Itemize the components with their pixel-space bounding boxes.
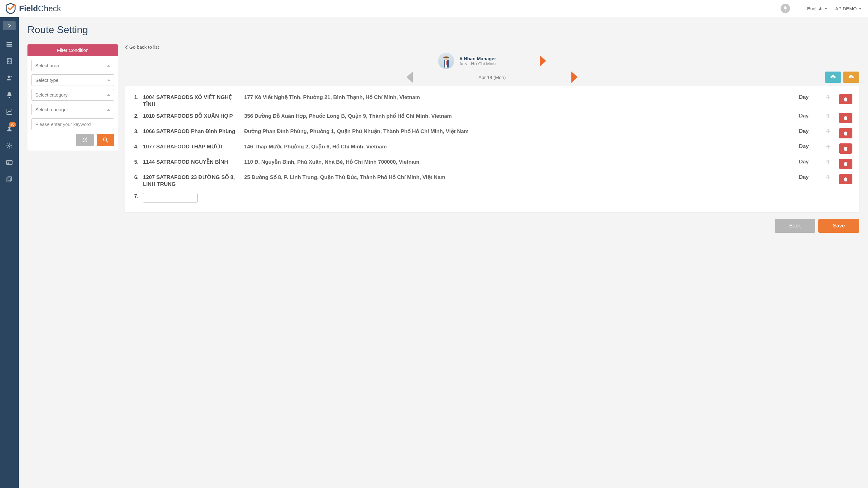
prev-date-button[interactable] bbox=[406, 71, 413, 83]
sidebar-item-building[interactable] bbox=[0, 53, 19, 70]
language-label: English bbox=[807, 6, 823, 11]
svg-rect-16 bbox=[8, 177, 11, 181]
row-period: Day bbox=[799, 159, 818, 165]
row-delete-button[interactable] bbox=[839, 174, 852, 184]
avatar bbox=[438, 53, 454, 69]
page-title: Route Setting bbox=[28, 24, 859, 36]
route-row: 1.1004 SATRAFOODS XÔ VIẾT NGHỆ TĨNH177 X… bbox=[132, 91, 852, 110]
row-drag-handle[interactable] bbox=[822, 128, 835, 134]
sidebar-item-settings[interactable] bbox=[0, 137, 19, 154]
back-to-list-label: Go back to list bbox=[129, 45, 159, 50]
svg-rect-17 bbox=[7, 178, 10, 182]
save-button[interactable]: Save bbox=[818, 219, 859, 233]
row-drag-handle[interactable] bbox=[822, 113, 835, 119]
row-period: Day bbox=[799, 113, 818, 119]
select-manager-label: Select manager bbox=[35, 107, 68, 112]
id-card-icon bbox=[6, 159, 13, 166]
sidebar-item-people[interactable]: 20 bbox=[0, 120, 19, 137]
route-row: 6.1207 SATRAFOOD 23 ĐƯỜNG SỐ 8, LINH TRU… bbox=[132, 172, 852, 190]
filter-reset-button[interactable] bbox=[76, 134, 94, 146]
row-delete-button[interactable] bbox=[839, 143, 852, 154]
svg-point-8 bbox=[8, 76, 10, 78]
filter-panel: Filter Condition Select area Select type… bbox=[28, 45, 118, 151]
row-delete-button[interactable] bbox=[839, 159, 852, 169]
route-row: 2.1010 SATRAFOODS ĐỖ XUÂN HỢP356 Đường Đ… bbox=[132, 110, 852, 125]
route-row-empty: 7. bbox=[132, 190, 852, 205]
sidebar-item-user[interactable] bbox=[0, 70, 19, 87]
svg-rect-0 bbox=[6, 42, 12, 44]
row-address: 356 Đường Đỗ Xuân Hợp, Phước Long B, Quậ… bbox=[244, 113, 795, 120]
person-photo-icon bbox=[440, 54, 452, 68]
row-period: Day bbox=[799, 143, 818, 150]
svg-rect-23 bbox=[446, 61, 447, 65]
svg-rect-12 bbox=[6, 161, 12, 165]
row-address: 177 Xô Viết Nghệ Tĩnh, Phường 21, Bình T… bbox=[244, 94, 795, 101]
row-store-name: 1066 SATRAFOOD Phan Đình Phùng bbox=[143, 128, 240, 135]
route-row: 3.1066 SATRAFOOD Phan Đình PhùngĐường Ph… bbox=[132, 125, 852, 141]
row-number: 1. bbox=[132, 94, 138, 101]
triangle-up-icon bbox=[107, 109, 110, 111]
row-drag-handle[interactable] bbox=[822, 143, 835, 150]
trash-icon bbox=[843, 131, 848, 136]
download-button[interactable] bbox=[825, 71, 841, 83]
move-icon bbox=[826, 159, 831, 165]
user-label: AP DEMO bbox=[835, 6, 857, 11]
trash-icon bbox=[843, 116, 848, 120]
back-button[interactable]: Back bbox=[775, 219, 815, 233]
row-number: 6. bbox=[132, 174, 138, 180]
svg-point-13 bbox=[8, 162, 9, 163]
sidebar-toggle[interactable] bbox=[3, 21, 16, 30]
row-number: 7. bbox=[132, 193, 138, 199]
person-name: A Nhan Manager bbox=[459, 56, 496, 61]
row-store-name: 1004 SATRAFOODS XÔ VIẾT NGHỆ TĨNH bbox=[143, 94, 240, 108]
bell-icon bbox=[783, 6, 788, 11]
new-route-input[interactable] bbox=[143, 193, 198, 203]
select-category[interactable]: Select category bbox=[31, 89, 114, 101]
row-address: Đường Phan Đình Phùng, Phường 1, Quận Ph… bbox=[244, 128, 795, 135]
row-delete-button[interactable] bbox=[839, 113, 852, 123]
row-drag-handle[interactable] bbox=[822, 174, 835, 180]
user-menu[interactable]: AP DEMO bbox=[835, 6, 862, 11]
select-area[interactable]: Select area bbox=[31, 60, 114, 71]
chevron-left-icon bbox=[125, 45, 128, 49]
route-table: 1.1004 SATRAFOODS XÔ VIẾT NGHỆ TĨNH177 X… bbox=[125, 86, 859, 212]
brand-logo[interactable]: FieldCheck bbox=[5, 2, 61, 15]
move-icon bbox=[826, 175, 831, 180]
move-icon bbox=[826, 95, 831, 100]
triangle-up-icon bbox=[107, 65, 110, 66]
svg-point-10 bbox=[8, 126, 10, 129]
next-date-button[interactable] bbox=[571, 71, 578, 83]
sidebar-item-id[interactable] bbox=[0, 154, 19, 171]
notifications-button[interactable] bbox=[781, 4, 790, 13]
language-switcher[interactable]: English bbox=[807, 6, 828, 11]
sidebar-item-analytics[interactable] bbox=[0, 104, 19, 120]
row-drag-handle[interactable] bbox=[822, 94, 835, 100]
move-icon bbox=[826, 144, 831, 150]
row-store-name: 1207 SATRAFOOD 23 ĐƯỜNG SỐ 8, LINH TRUNG bbox=[143, 174, 240, 188]
move-icon bbox=[826, 113, 831, 119]
row-store-name: 1144 SATRAFOOD NGUYỄN BÌNH bbox=[143, 159, 240, 166]
sidebar-badge: 20 bbox=[9, 122, 16, 127]
row-store-name: 1010 SATRAFOODS ĐỖ XUÂN HỢP bbox=[143, 113, 240, 120]
keyword-input[interactable] bbox=[31, 118, 114, 130]
back-to-list-link[interactable]: Go back to list bbox=[125, 45, 159, 50]
svg-rect-2 bbox=[6, 46, 12, 47]
user-head-icon bbox=[6, 75, 13, 82]
sidebar: 20 bbox=[0, 17, 19, 488]
sidebar-item-copy[interactable] bbox=[0, 171, 19, 188]
row-delete-button[interactable] bbox=[839, 94, 852, 104]
svg-point-18 bbox=[103, 138, 106, 141]
trash-icon bbox=[843, 162, 848, 166]
chevron-right-icon bbox=[7, 24, 11, 28]
sidebar-item-alerts[interactable] bbox=[0, 87, 19, 104]
select-type[interactable]: Select type bbox=[31, 74, 114, 86]
next-person-button[interactable] bbox=[540, 55, 546, 66]
route-row: 4.1077 SATRAFOOD THÁP MƯỜI146 Tháp Mười,… bbox=[132, 141, 852, 156]
upload-button[interactable] bbox=[843, 71, 859, 83]
row-delete-button[interactable] bbox=[839, 128, 852, 138]
filter-search-button[interactable] bbox=[97, 134, 114, 146]
trash-icon bbox=[843, 97, 848, 102]
sidebar-item-dashboard[interactable] bbox=[0, 36, 19, 53]
row-drag-handle[interactable] bbox=[822, 159, 835, 165]
select-manager[interactable]: Select manager bbox=[31, 104, 114, 115]
